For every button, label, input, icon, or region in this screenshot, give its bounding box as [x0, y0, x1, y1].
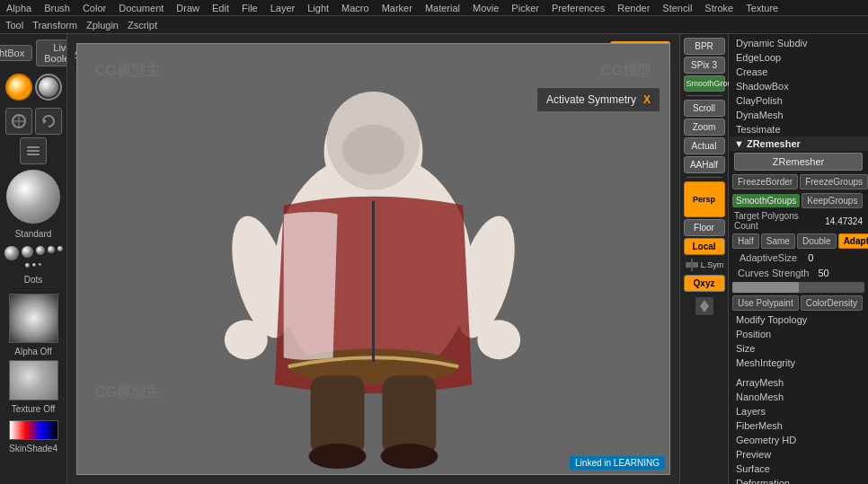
lsym-label[interactable]: L.Sym [701, 260, 724, 269]
persp-button[interactable]: Persp [684, 181, 725, 217]
zoom-button[interactable]: Zoom [684, 119, 725, 136]
menu-movie[interactable]: Movie [470, 3, 501, 13]
menu-color[interactable]: Color [80, 3, 109, 13]
use-polypaint-button[interactable]: Use Polypaint [732, 295, 799, 311]
modify-topology-item[interactable]: Modify Topology [729, 312, 868, 327]
size-item[interactable]: Size [729, 341, 868, 356]
svg-rect-5 [27, 150, 40, 152]
svg-rect-21 [686, 262, 691, 268]
menu-stencil[interactable]: Stencil [660, 3, 695, 13]
aahalf-button[interactable]: AAHalf [684, 156, 725, 173]
toolbar2-transform[interactable]: Transform [32, 20, 77, 31]
same-button[interactable]: Same [761, 233, 795, 249]
brush-dot[interactable] [58, 246, 63, 251]
crease-item[interactable]: Crease [729, 65, 868, 79]
shadowbox-item[interactable]: ShadowBox [729, 79, 868, 93]
menu-marker[interactable]: Marker [379, 3, 415, 13]
keep-buttons: SmoothGroups KeepGroups [729, 191, 868, 210]
menu-document[interactable]: Document [116, 3, 166, 13]
menu-picker[interactable]: Picker [509, 3, 542, 13]
toolbar2-zscript[interactable]: Zscript [128, 20, 157, 31]
menu-stroke[interactable]: Stroke [702, 3, 736, 13]
lightbox-button[interactable]: LightBox [0, 45, 32, 61]
freeze-border-button[interactable]: FreezeBorder [732, 174, 798, 189]
freeze-groups-button[interactable]: FreezeGroups [800, 174, 868, 189]
nav-icon[interactable] [695, 296, 714, 316]
brush-dot[interactable] [4, 246, 19, 260]
fibermesh-item[interactable]: FiberMesh [729, 418, 868, 433]
meshintegrity-item[interactable]: MeshIntegrity [729, 356, 868, 370]
texture-preview[interactable] [9, 360, 58, 400]
curves-slider[interactable] [732, 282, 864, 293]
lsym-icon [685, 258, 699, 272]
dynamic-subdiv-item[interactable]: Dynamic Subdiv [729, 36, 868, 50]
right-panel: Dynamic Subdiv EdgeLoop Crease ShadowBox… [729, 34, 868, 484]
edit-mode-icon[interactable] [5, 108, 32, 135]
surface-item[interactable]: Surface [729, 462, 868, 476]
menu-preferences[interactable]: Preferences [549, 3, 607, 13]
smoothgroups-button[interactable]: SmoothGroups [684, 75, 725, 92]
qxyz-button[interactable]: Qxyz [684, 275, 725, 292]
zremesher-button[interactable]: ZRemesher [734, 153, 863, 171]
toolbar2-zplugin[interactable]: Zplugin [86, 20, 119, 31]
deformation-item[interactable]: Deformation [729, 476, 868, 484]
tool-material-icon[interactable] [35, 74, 62, 101]
brush-preview[interactable] [6, 170, 60, 224]
brush-dot[interactable] [25, 263, 30, 268]
half-same-double-row: Half Same Double Adapt [729, 232, 868, 251]
live-boolean-button[interactable]: Live Boolean [36, 40, 67, 66]
menu-edit[interactable]: Edit [209, 3, 232, 13]
brush-dot[interactable] [39, 263, 41, 266]
arraymesh-item[interactable]: ArrayMesh [729, 375, 868, 390]
menu-material[interactable]: Material [422, 3, 463, 13]
smoothgroups-panel-button[interactable]: SmoothGroups [732, 194, 800, 207]
menu-light[interactable]: Light [305, 3, 332, 13]
menu-texture[interactable]: Texture [743, 3, 781, 13]
geometry-hd-item[interactable]: Geometry HD [729, 433, 868, 447]
menu-file[interactable]: File [239, 3, 261, 13]
menu-layer[interactable]: Layer [268, 3, 298, 13]
tessimate-item[interactable]: Tessimate [729, 122, 868, 136]
right-tool-strip: BPR SPix 3 SmoothGroups Scroll Zoom Actu… [679, 34, 729, 484]
spix-button[interactable]: SPix 3 [684, 57, 725, 74]
menu-draw[interactable]: Draw [173, 3, 202, 13]
half-button[interactable]: Half [732, 233, 759, 249]
toolbar2-tool[interactable]: Tool [5, 20, 23, 31]
tool-sphere-icon[interactable] [5, 74, 32, 101]
dynamesh-item[interactable]: DynaMesh [729, 108, 868, 122]
brush-dot[interactable] [36, 246, 45, 255]
alpha-preview[interactable] [9, 294, 58, 343]
brush-dot[interactable] [32, 263, 36, 267]
double-button[interactable]: Double [797, 233, 837, 249]
lsym-area: L.Sym [685, 257, 724, 273]
rotate-icon[interactable] [35, 108, 62, 135]
layers-item[interactable]: Layers [729, 404, 868, 418]
canvas-viewport[interactable]: CG模型主 CG模型 CG模型主 CG模型主 Activate Symmetry… [76, 43, 670, 475]
scroll-button[interactable]: Scroll [684, 100, 725, 117]
claypolish-item[interactable]: ClayPolish [729, 93, 868, 108]
freeze-buttons: FreezeBorder FreezeGroups [729, 172, 868, 191]
actual-button[interactable]: Actual [684, 137, 725, 154]
edgeloop-item[interactable]: EdgeLoop [729, 50, 868, 65]
preview-item[interactable]: Preview [729, 447, 868, 462]
adaptivesize-value: 0 [808, 252, 813, 263]
color-density-button[interactable]: ColorDensity [801, 295, 863, 311]
position-item[interactable]: Position [729, 327, 868, 341]
svg-point-10 [342, 125, 405, 175]
nanomesh-item[interactable]: NanoMesh [729, 390, 868, 404]
svg-rect-4 [27, 146, 40, 148]
brush-dot[interactable] [48, 246, 55, 253]
menu-brush[interactable]: Brush [41, 3, 73, 13]
menu-alpha[interactable]: Alpha [4, 3, 34, 13]
menu-render[interactable]: Render [615, 3, 652, 13]
brush-dot[interactable] [22, 246, 33, 258]
keep-groups-button[interactable]: KeepGroups [802, 193, 863, 208]
settings-icon[interactable] [20, 137, 47, 164]
floor-button[interactable]: Floor [684, 219, 725, 236]
bpr-button[interactable]: BPR [684, 38, 725, 55]
menu-macro[interactable]: Macro [339, 3, 372, 13]
local-button[interactable]: Local [684, 238, 725, 255]
curves-value: 50 [818, 268, 828, 278]
color-swatch[interactable] [9, 420, 58, 440]
adapt-button[interactable]: Adapt [838, 233, 868, 249]
